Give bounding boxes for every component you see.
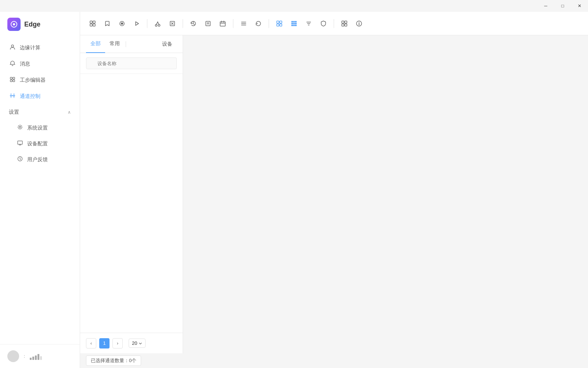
search-wrapper — [86, 57, 177, 69]
list-tabs: 全部 常用 设备 — [80, 35, 183, 53]
title-bar: ─ □ ✕ — [0, 0, 588, 12]
list-view-button[interactable] — [201, 17, 215, 30]
svg-point-24 — [121, 22, 123, 25]
svg-rect-22 — [93, 24, 95, 26]
history-button[interactable] — [187, 17, 200, 30]
svg-rect-45 — [291, 21, 293, 22]
selected-count-badge: 已选择通道数量：0个 — [86, 355, 141, 366]
next-page-button[interactable]: › — [112, 338, 123, 348]
chevron-up-icon: ∧ — [68, 110, 71, 115]
play-button[interactable] — [130, 17, 143, 30]
window-controls: ─ □ ✕ — [537, 0, 588, 12]
svg-rect-4 — [13, 77, 15, 79]
sidebar-item-system-settings[interactable]: 系统设置 — [0, 120, 80, 136]
svg-rect-59 — [342, 24, 344, 26]
svg-rect-31 — [206, 21, 210, 26]
layout-button[interactable] — [86, 17, 99, 30]
svg-rect-58 — [345, 21, 347, 23]
device-config-label: 设备配置 — [27, 141, 48, 147]
list-footer: ‹ 1 › 20 — [80, 333, 183, 353]
svg-rect-15 — [18, 141, 22, 144]
separator-1 — [147, 19, 147, 28]
signal-bar-1 — [30, 358, 32, 360]
tab-common[interactable]: 常用 — [105, 35, 124, 53]
content-area: 全部 常用 设备 — [80, 12, 588, 368]
signal-bar-4 — [37, 354, 39, 360]
svg-rect-5 — [10, 80, 12, 82]
page-size-select[interactable]: 20 — [129, 339, 146, 348]
list-panel: 全部 常用 设备 — [80, 35, 183, 353]
avatar — [7, 350, 19, 362]
sidebar-item-edge-computing[interactable]: 边缘计算 — [0, 40, 80, 56]
svg-rect-21 — [90, 24, 92, 26]
svg-rect-47 — [295, 21, 297, 22]
svg-rect-34 — [220, 22, 225, 26]
info-button[interactable] — [352, 17, 366, 30]
sidebar-item-device-config[interactable]: 设备配置 — [0, 136, 80, 152]
svg-rect-20 — [93, 21, 95, 23]
maximize-button[interactable]: □ — [554, 0, 571, 12]
person-icon — [9, 44, 16, 52]
svg-rect-43 — [277, 24, 279, 26]
sidebar-header: Edge — [0, 12, 80, 37]
svg-rect-53 — [295, 25, 297, 26]
grid-icon — [9, 77, 16, 84]
svg-rect-50 — [295, 23, 297, 24]
separator-3 — [233, 19, 233, 28]
separator-5 — [334, 19, 334, 28]
clock-icon — [16, 156, 24, 163]
messages-label: 消息 — [20, 61, 30, 67]
menu-button[interactable] — [237, 17, 250, 30]
grid-view-button[interactable] — [273, 17, 286, 30]
monitor-icon — [16, 140, 24, 147]
signal-bar-5 — [40, 356, 42, 360]
filter-button[interactable] — [302, 17, 315, 30]
sidebar-item-feedback[interactable]: 用户反馈 — [0, 152, 80, 167]
separator-2 — [183, 19, 183, 28]
search-input[interactable] — [86, 57, 177, 69]
sidebar-item-channel-control[interactable]: 通道控制 — [0, 88, 80, 105]
sidebar-item-messages[interactable]: 消息 — [0, 56, 80, 72]
svg-rect-60 — [345, 24, 347, 26]
grid-view2-button[interactable] — [287, 17, 301, 30]
svg-rect-41 — [277, 21, 279, 23]
close-stream-button[interactable] — [166, 17, 179, 30]
sidebar-item-workflow[interactable]: 工步编辑器 — [0, 72, 80, 88]
sidebar-nav: 边缘计算 消息 — [0, 37, 80, 344]
edge-computing-label: 边缘计算 — [20, 45, 40, 51]
svg-point-63 — [359, 22, 359, 22]
list-search — [80, 53, 183, 74]
settings-section[interactable]: 设置 ∧ — [0, 105, 80, 120]
separator-4 — [269, 19, 269, 28]
calendar-button[interactable] — [216, 17, 229, 30]
tab-device[interactable]: 设备 — [158, 35, 177, 53]
sidebar: Edge 边缘计算 — [0, 12, 80, 368]
shield-button[interactable] — [317, 17, 330, 30]
apps-button[interactable] — [338, 17, 351, 30]
status-bar: 已选择通道数量：0个 — [80, 353, 588, 368]
svg-rect-6 — [13, 80, 15, 82]
close-button[interactable]: ✕ — [571, 0, 588, 12]
svg-point-26 — [155, 24, 157, 26]
inner-layout: 全部 常用 设备 — [80, 35, 588, 353]
refresh-button[interactable] — [252, 17, 265, 30]
svg-point-2 — [11, 45, 14, 47]
record-button[interactable] — [115, 17, 129, 30]
channel-control-label: 通道控制 — [20, 93, 40, 100]
prev-page-button[interactable]: ‹ — [86, 338, 96, 348]
bell-icon — [9, 60, 16, 68]
gear-icon — [16, 124, 24, 131]
clip-button[interactable] — [151, 17, 164, 30]
workflow-label: 工步编辑器 — [20, 77, 46, 84]
svg-point-1 — [13, 23, 15, 25]
minimize-button[interactable]: ─ — [537, 0, 554, 12]
svg-rect-51 — [291, 25, 293, 26]
svg-point-7 — [10, 95, 12, 96]
settings-label: 设置 — [9, 109, 19, 116]
sidebar-footer: ： — [0, 344, 80, 368]
page-size-value: 20 — [132, 340, 137, 346]
bookmark-button[interactable] — [101, 17, 114, 30]
tab-all[interactable]: 全部 — [86, 35, 105, 53]
svg-point-27 — [158, 24, 160, 26]
svg-rect-52 — [293, 25, 295, 26]
